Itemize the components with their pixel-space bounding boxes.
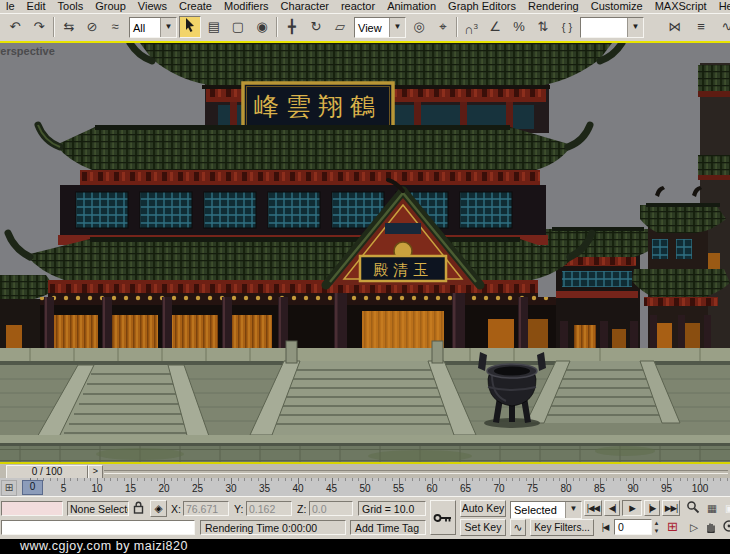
ruler-tick <box>104 478 105 481</box>
track-bar[interactable]: ⊞ 51015202530354045505560657075808590951… <box>0 478 730 497</box>
chevron-down-icon[interactable]: ▼ <box>627 18 643 37</box>
go-to-start-button[interactable]: |◀◀ <box>584 500 602 516</box>
menu-item[interactable]: Character <box>275 0 335 13</box>
unlink-selection-icon[interactable]: ⊘ <box>81 16 103 38</box>
ruler-tick <box>43 478 44 481</box>
pan-view-button[interactable] <box>704 519 720 535</box>
field-of-view-button[interactable]: ▷ <box>686 519 702 535</box>
perspective-viewport[interactable]: 峰雲翔鶴 <box>0 41 730 464</box>
ruler-tick <box>271 478 272 481</box>
current-frame-field[interactable]: 0 <box>614 519 652 535</box>
chevron-down-icon[interactable]: ▼ <box>389 18 405 37</box>
selection-filter-dropdown[interactable]: All ▼ <box>129 17 177 38</box>
current-frame-indicator[interactable]: 0 <box>22 480 43 495</box>
align-icon[interactable]: ≡ <box>690 16 712 38</box>
snaps-toggle-icon[interactable]: ∩3 <box>460 16 482 38</box>
x-coordinate-field[interactable]: 76.671 <box>183 501 229 516</box>
menu-bar: leEditToolsGroupViewsCreateModifiersChar… <box>0 0 730 13</box>
z-coordinate-field[interactable]: 0.0 <box>309 501 353 516</box>
select-and-move-icon[interactable]: ╋ <box>281 16 303 38</box>
key-selection-dropdown[interactable]: Selected ▼ <box>510 501 582 519</box>
time-slider-handle[interactable]: 0 / 100 <box>6 465 88 479</box>
time-slider[interactable]: 0 / 100 > <box>0 464 730 479</box>
reference-coordinate-dropdown[interactable]: View ▼ <box>354 17 406 38</box>
mirror-icon[interactable]: ⋈ <box>664 16 686 38</box>
menu-item[interactable]: Group <box>89 0 132 13</box>
zoom-extents-button[interactable]: ▣ <box>722 500 730 516</box>
redo-icon[interactable]: ↷ <box>28 16 50 38</box>
select-by-name-icon[interactable]: ▤ <box>203 16 225 38</box>
ruler-tick <box>693 478 694 481</box>
go-to-end-button[interactable]: ▶▶| <box>662 500 680 516</box>
ruler-tick <box>727 478 728 481</box>
maxscript-mini-listener[interactable] <box>1 501 63 516</box>
key-mode-toggle[interactable]: |◀ <box>598 520 612 535</box>
select-and-scale-icon[interactable]: ▱ <box>329 16 351 38</box>
plaque-entrance-text: 殿清玉 <box>373 261 433 278</box>
use-center-icon[interactable]: ◎ <box>408 16 430 38</box>
menu-item[interactable]: Rendering <box>522 0 585 13</box>
zoom-viewport-button[interactable] <box>686 500 702 516</box>
angle-snap-icon[interactable]: ∠ <box>484 16 506 38</box>
menu-item[interactable]: Edit <box>21 0 52 13</box>
ruler-frame-label: 10 <box>91 483 102 494</box>
ruler-tick <box>244 478 245 481</box>
next-frame-arrow[interactable]: > <box>88 465 103 479</box>
viewport-label: Perspective <box>0 45 55 57</box>
ruler-tick <box>640 478 641 481</box>
chevron-down-icon[interactable]: ▼ <box>565 502 581 518</box>
set-key-button[interactable]: Set Key <box>460 519 506 536</box>
next-frame-button[interactable]: |▶ <box>644 500 660 516</box>
menu-item[interactable]: Customize <box>585 0 649 13</box>
ruler-tick <box>439 478 440 481</box>
ruler-tick <box>425 478 426 481</box>
menu-item[interactable]: Modifiers <box>218 0 275 13</box>
auto-key-button[interactable]: Auto Key <box>460 500 506 517</box>
ruler-tick <box>338 478 339 481</box>
named-selection-sets-icon[interactable]: { } <box>556 16 578 38</box>
named-selection-dropdown[interactable]: ▼ <box>580 17 644 38</box>
spinner-snap-icon[interactable]: ⇅ <box>532 16 554 38</box>
time-slider-track[interactable] <box>104 470 728 474</box>
menu-item[interactable]: le <box>0 0 21 13</box>
chevron-down-icon[interactable]: ▼ <box>160 18 176 37</box>
select-object-button[interactable] <box>179 16 201 38</box>
default-tangent-button[interactable]: ∿ <box>510 519 526 536</box>
window-crossing-icon[interactable]: ◉ <box>251 16 273 38</box>
menu-item[interactable]: Create <box>173 0 218 13</box>
play-button[interactable]: ▶ <box>622 500 642 516</box>
set-keys-button[interactable] <box>430 500 456 535</box>
select-and-rotate-icon[interactable]: ↻ <box>305 16 327 38</box>
add-time-tag[interactable]: Add Time Tag <box>350 520 426 535</box>
frame-spinner[interactable]: ▲▼ <box>652 519 661 535</box>
curve-editor-icon[interactable]: ∿ <box>716 16 730 38</box>
ruler-tick <box>224 478 225 481</box>
previous-frame-button[interactable]: ◀| <box>604 500 620 516</box>
menu-item[interactable]: reactor <box>335 0 381 13</box>
selection-region-icon[interactable]: ▢ <box>227 16 249 38</box>
y-coordinate-field[interactable]: 0.162 <box>246 501 292 516</box>
absolute-offset-toggle[interactable]: ◈ <box>150 500 167 517</box>
ruler-tick <box>613 478 614 481</box>
percent-snap-icon[interactable]: % <box>508 16 530 38</box>
hand-icon <box>704 519 718 533</box>
selection-lock-button[interactable] <box>133 501 147 516</box>
mini-curve-editor-toggle[interactable]: ⊞ <box>1 480 17 496</box>
undo-icon[interactable]: ↶ <box>4 16 26 38</box>
ruler-frame-label: 25 <box>192 483 203 494</box>
menu-item[interactable]: Animation <box>381 0 442 13</box>
arc-rotate-button[interactable] <box>722 519 730 535</box>
select-and-link-icon[interactable]: ⇆ <box>58 16 80 38</box>
select-and-manipulate-icon[interactable]: ⌖ <box>432 16 454 38</box>
menu-item[interactable]: Tools <box>52 0 90 13</box>
menu-item[interactable]: Help <box>713 0 730 13</box>
key-filters-button[interactable]: Key Filters... <box>530 519 594 536</box>
menu-item[interactable]: Views <box>132 0 173 13</box>
menu-item[interactable]: Graph Editors <box>442 0 522 13</box>
ruler-tick <box>707 478 708 481</box>
zoom-all-button[interactable]: ▦ <box>704 500 720 516</box>
bind-to-space-warp-icon[interactable]: ≈ <box>104 16 126 38</box>
menu-item[interactable]: MAXScript <box>649 0 713 13</box>
ruler-tick <box>144 478 145 481</box>
time-configuration-button[interactable]: ⊞ <box>664 519 681 536</box>
